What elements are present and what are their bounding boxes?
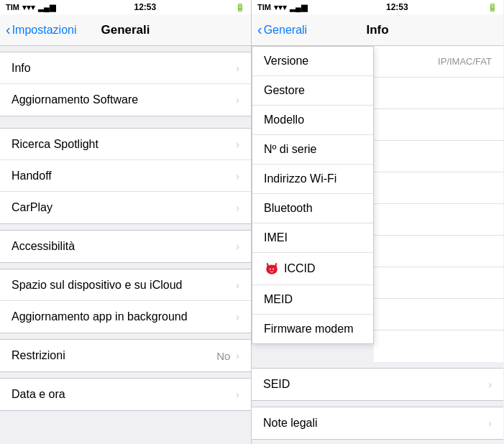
left-nav-title: Generali [101,23,150,37]
left-panel: TIM ▾▾▾ ▂▄▆ 12:53 🔋 ‹ Impostazioni Gener… [0,0,252,444]
settings-row-info[interactable]: Info › [0,52,251,84]
settings-row-handoff-label: Handoff [12,170,52,182]
left-time: 12:53 [134,2,157,12]
right-time: 12:53 [386,2,408,12]
chevron-right-icon-ricerca: › [236,139,239,150]
chevron-right-icon-spazio: › [236,279,239,291]
left-signal-icon: ▂▄▆ [38,3,55,12]
right-status-bar: TIM ▾▾▾ ▂▄▆ 12:53 🔋 [252,0,503,14]
chevron-right-icon-restrizioni: › [236,350,239,361]
settings-row-spazio-label: Spazio sul dispositivo e su iCloud [12,279,182,292]
left-status-left: TIM ▾▾▾ ▂▄▆ [6,3,55,12]
dropdown-item-meid[interactable]: MEID [252,285,373,315]
dropdown-item-nserieserie[interactable]: Nº di serie [252,135,373,165]
left-group-3: Accessibilità › [0,230,251,263]
settings-row-accessibilita-right: › [233,241,239,252]
left-settings-content: Info › Aggiornamento Software › Ricerca … [0,46,251,444]
settings-row-info-right: › [233,63,239,74]
chevron-right-icon-seid: › [488,379,492,390]
chevron-right-icon-note-legali: › [488,417,492,429]
settings-row-spazio-right: › [233,279,239,291]
left-back-chevron-icon: ‹ [6,22,11,37]
settings-row-note-legali[interactable]: Note legali › [252,407,503,439]
settings-row-aggiornamento-app[interactable]: Aggiornamento app in background › [0,301,251,333]
settings-row-aggiornamento-app-label: Aggiornamento app in background [12,310,188,323]
dropdown-item-versione[interactable]: Versione [252,47,373,76]
right-status-left: TIM ▾▾▾ ▂▄▆ [257,3,307,12]
settings-row-ricerca[interactable]: Ricerca Spotlight › [0,129,251,160]
settings-row-aggiornamento-app-right: › [233,311,239,323]
dropdown-item-gestore[interactable]: Gestore [252,76,373,106]
left-status-right: 🔋 [235,3,245,12]
settings-row-note-legali-label: Note legali [263,417,318,430]
dropdown-item-modello[interactable]: Modello [252,106,373,135]
settings-row-accessibilita[interactable]: Accessibilità › [0,231,251,262]
settings-row-data[interactable]: Data e ora › [0,379,251,410]
dropdown-item-indirizzo-wifi[interactable]: Indirizzo Wi-Fi [252,165,373,194]
settings-row-aggiornamento-right: › [233,94,239,106]
settings-row-restrizioni-label: Restrizioni [12,349,65,362]
left-group-5: Restrizioni No › [0,339,251,372]
right-scroll-list: Versione Gestore Modello Nº di serie Ind… [252,46,503,444]
dropdown-item-bluetooth[interactable]: Bluetooth [252,194,373,223]
chevron-right-icon-aggiornamento-app: › [236,311,239,323]
right-nav-bar: ‹ Generali Info [252,14,503,46]
right-back-label[interactable]: Generali [264,24,307,37]
right-signal-icon: ▂▄▆ [290,3,307,12]
settings-row-ricerca-label: Ricerca Spotlight [12,138,98,151]
left-group-4: Spazio sul dispositivo e su iCloud › Agg… [0,269,251,333]
right-wifi-icon: ▾▾▾ [274,3,287,12]
dropdown-item-iccid-label: ICCID [284,262,316,275]
settings-row-carplay[interactable]: CarPlay › [0,192,251,223]
settings-row-carplay-label: CarPlay [12,201,52,214]
right-nav-back[interactable]: ‹ Generali [257,23,307,37]
chevron-right-icon-handoff: › [236,170,239,182]
left-nav-back[interactable]: ‹ Impostazioni [6,23,77,37]
settings-row-seid-right: › [485,379,492,390]
settings-row-seid[interactable]: SEID › [252,369,503,400]
dropdown-item-iccid[interactable]: ICCID [252,253,373,285]
right-lower-group: SEID › [252,368,503,401]
settings-row-spazio[interactable]: Spazio sul dispositivo e su iCloud › [0,269,251,301]
settings-row-data-label: Data e ora [12,388,65,401]
chevron-right-icon-carplay: › [236,202,239,213]
right-nav-title: Info [366,23,388,37]
settings-row-info-label: Info [12,62,31,75]
right-values-column: IP/IMAC/FAT [374,46,503,362]
left-battery-icon: 🔋 [235,3,245,12]
left-back-label[interactable]: Impostazioni [12,24,77,37]
settings-row-accessibilita-label: Accessibilità [12,240,75,253]
settings-row-carplay-right: › [233,202,239,213]
right-battery-icon: 🔋 [487,3,498,12]
settings-row-aggiornamento-label: Aggiornamento Software [12,93,138,106]
dropdown-item-imei[interactable]: IMEI [252,223,373,253]
settings-row-aggiornamento-software[interactable]: Aggiornamento Software › [0,84,251,116]
settings-row-restrizioni-right: No › [216,350,239,362]
value-row-1: IP/IMAC/FAT [438,56,492,67]
chevron-right-icon-info: › [236,63,239,74]
svg-point-6 [272,268,274,269]
settings-row-seid-label: SEID [263,378,290,391]
settings-row-ricerca-right: › [233,139,239,150]
right-back-chevron-icon: ‹ [257,22,262,37]
settings-row-restrizioni[interactable]: Restrizioni No › [0,340,251,371]
settings-row-note-legali-right: › [485,417,492,429]
dropdown-menu: Versione Gestore Modello Nº di serie Ind… [252,46,374,344]
chevron-right-icon-aggiornamento: › [236,94,239,106]
right-carrier: TIM [257,3,271,11]
settings-row-restrizioni-value: No [216,350,230,362]
settings-row-handoff[interactable]: Handoff › [0,160,251,192]
dropdown-item-firmware-modem[interactable]: Firmware modem [252,315,373,343]
right-lower-group-2: Note legali › [252,407,503,440]
left-wifi-icon: ▾▾▾ [22,3,35,12]
left-nav-bar: ‹ Impostazioni Generali [0,14,251,46]
settings-row-handoff-right: › [233,170,239,182]
left-status-bar: TIM ▾▾▾ ▂▄▆ 12:53 🔋 [0,0,251,14]
chevron-right-icon-accessibilita: › [236,241,239,252]
left-group-1: Info › Aggiornamento Software › [0,52,251,116]
right-panel: TIM ▾▾▾ ▂▄▆ 12:53 🔋 ‹ Generali Info Vers… [252,0,503,444]
svg-point-5 [270,268,271,269]
bull-logo-icon [264,261,280,277]
settings-row-data-right: › [233,389,239,400]
chevron-right-icon-data: › [236,389,239,400]
